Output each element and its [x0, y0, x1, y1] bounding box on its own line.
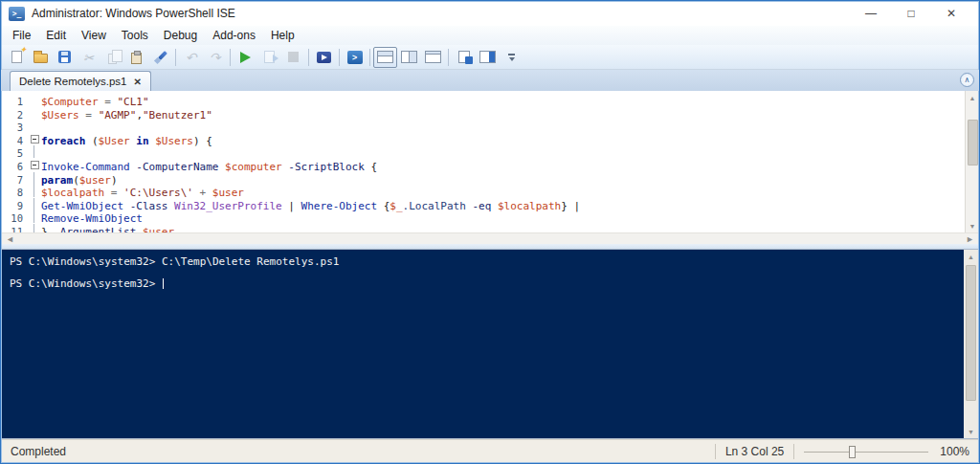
open-script-button[interactable]	[29, 47, 53, 68]
fold-collapse-icon[interactable]	[30, 160, 41, 170]
window-title: Administrator: Windows PowerShell ISE	[32, 7, 235, 20]
fold-guide	[30, 173, 41, 184]
code-text: foreach ($User in $Users) {	[41, 135, 212, 147]
status-bar: Completed Ln 3 Col 25 100%	[1, 439, 979, 463]
new-script-icon	[11, 51, 22, 63]
zoom-slider[interactable]	[804, 445, 928, 459]
line-number: 6	[1, 162, 30, 173]
show-script-pane-top-button[interactable]	[373, 47, 397, 68]
fold-guide	[30, 186, 41, 196]
status-right: Ln 3 Col 25 100%	[705, 444, 969, 459]
tab-delete-remotelys[interactable]: Delete Remotelys.ps1 ✕	[10, 71, 151, 91]
menu-tools[interactable]: Tools	[114, 27, 156, 44]
run-selection-button[interactable]	[257, 47, 281, 68]
scroll-left-icon[interactable]: ◄	[6, 234, 14, 244]
line-number: 10	[1, 213, 30, 225]
menu-help[interactable]: Help	[263, 27, 302, 44]
code-area[interactable]: 1$Computer = "CL1"2$Users = "AGMP","Benu…	[1, 91, 965, 232]
status-message: Completed	[11, 445, 66, 458]
code-line: 1$Computer = "CL1"	[1, 95, 965, 108]
scroll-right-icon[interactable]: ►	[966, 234, 974, 244]
code-line: 7param($user)	[1, 173, 965, 187]
console-line: PS C:\Windows\system32> C:\Temp\Delete R…	[10, 256, 964, 267]
command-window-icon	[458, 51, 470, 63]
code-text: Get-WmiObject -Class Win32_UserProfile |…	[41, 200, 580, 212]
toolbar-separator	[448, 49, 449, 66]
console-input-area[interactable]: PS C:\Windows\system32> C:\Temp\Delete R…	[2, 250, 964, 438]
paste-button[interactable]	[124, 47, 148, 68]
cut-button[interactable]	[77, 47, 100, 68]
toolbar-separator	[308, 49, 309, 66]
show-script-pane-right-button[interactable]	[397, 47, 421, 68]
menu-file[interactable]: File	[5, 27, 38, 44]
remote-tab-icon	[317, 52, 331, 63]
powershell-app-icon	[9, 7, 25, 21]
show-command-add-on-button[interactable]	[476, 47, 500, 68]
toolbar-separator	[175, 49, 176, 66]
new-remote-powershell-tab-button[interactable]	[312, 47, 336, 68]
code-text: $Computer = "CL1"	[41, 96, 149, 108]
code-text: param($user)	[41, 174, 118, 187]
save-floppy-icon	[58, 51, 71, 63]
script-tab-bar: Delete Remotelys.ps1 ✕ ∧	[1, 70, 979, 91]
fold-guide	[30, 146, 41, 157]
copy-button[interactable]	[100, 47, 124, 68]
toolbar-separator	[369, 49, 370, 66]
line-number: 4	[1, 136, 30, 147]
code-text: $localpath = 'C:\Users\' + $user	[41, 187, 244, 199]
code-text: } -ArgumentList $user	[41, 226, 174, 232]
show-script-pane-maximized-button[interactable]	[421, 47, 445, 68]
redo-button[interactable]	[203, 47, 227, 68]
line-number: 5	[1, 148, 30, 160]
undo-button[interactable]	[179, 47, 203, 68]
maximize-button[interactable]: □	[891, 2, 931, 25]
line-number: 9	[1, 201, 30, 212]
close-button[interactable]: ✕	[931, 2, 971, 25]
layout-maximized-icon	[425, 51, 441, 63]
console-scrollbar-thumb[interactable]	[966, 265, 976, 401]
start-powershell-button[interactable]	[343, 47, 367, 68]
menu-view[interactable]: View	[74, 27, 114, 44]
zoom-level: 100%	[940, 445, 969, 458]
minimize-button[interactable]: —	[851, 2, 891, 25]
new-script-button[interactable]	[5, 47, 29, 68]
editor-vertical-scrollbar[interactable]: ▲ ▼	[965, 91, 979, 232]
toolbar-overflow-button[interactable]	[500, 47, 523, 68]
show-command-window-button[interactable]	[452, 47, 476, 68]
code-text: $Users = "AGMP","Benutzer1"	[41, 109, 212, 122]
code-line: 11} -ArgumentList $user	[1, 225, 965, 232]
fold-guide	[30, 225, 41, 232]
editor-horizontal-scrollbar[interactable]: ◄ ►	[1, 232, 979, 244]
line-number: 7	[1, 175, 30, 187]
collapse-script-pane-button[interactable]: ∧	[960, 73, 974, 87]
menu-edit[interactable]: Edit	[38, 27, 74, 44]
console-vertical-scrollbar[interactable]: ▲ ▼	[964, 250, 978, 438]
undo-icon	[186, 49, 197, 66]
editor-scrollbar-thumb[interactable]	[968, 120, 978, 166]
fold-guide	[30, 211, 41, 222]
scroll-down-icon[interactable]: ▼	[966, 219, 979, 232]
line-number: 1	[1, 97, 30, 108]
code-line: 4foreach ($User in $Users) {	[1, 134, 965, 147]
toolbar	[1, 45, 979, 70]
save-button[interactable]	[53, 47, 77, 68]
tab-close-icon[interactable]: ✕	[134, 77, 142, 87]
run-script-button[interactable]	[234, 47, 257, 68]
clear-console-pane-button[interactable]	[148, 47, 172, 68]
scroll-down-icon[interactable]: ▼	[964, 425, 978, 438]
console-pane: PS C:\Windows\system32> C:\Temp\Delete R…	[1, 249, 979, 439]
menu-debug[interactable]: Debug	[156, 27, 205, 44]
script-editor-pane: 1$Computer = "CL1"2$Users = "AGMP","Benu…	[1, 91, 979, 232]
overflow-chevron-icon	[508, 54, 515, 61]
menu-addons[interactable]: Add-ons	[205, 27, 263, 44]
tab-label: Delete Remotelys.ps1	[19, 76, 127, 87]
scroll-up-icon[interactable]: ▲	[964, 250, 978, 263]
fold-collapse-icon[interactable]	[30, 134, 41, 144]
status-separator	[793, 444, 794, 459]
scroll-up-icon[interactable]: ▲	[966, 91, 979, 104]
line-number: 2	[1, 110, 30, 122]
code-text: Remove-WmiObject	[41, 212, 143, 225]
stop-operation-button[interactable]	[281, 47, 305, 68]
code-line: 8$localpath = 'C:\Users\' + $user	[1, 186, 965, 199]
zoom-slider-thumb[interactable]	[849, 446, 856, 458]
